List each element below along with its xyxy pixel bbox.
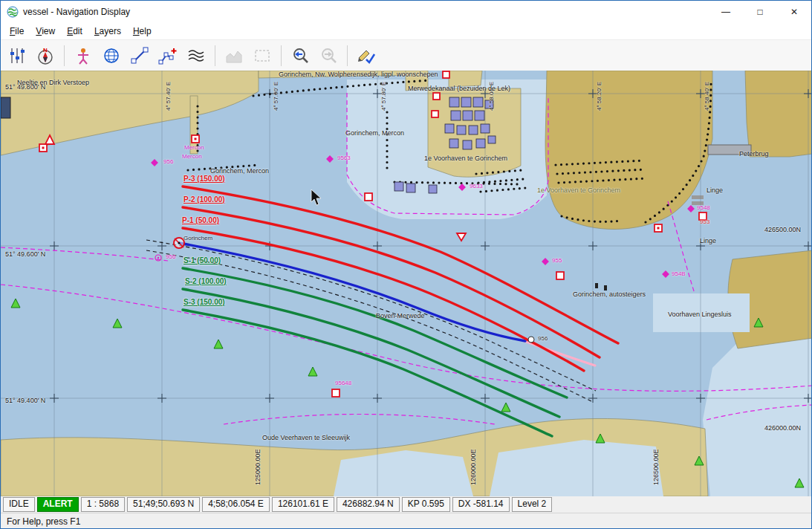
menu-layers[interactable]: Layers (88, 25, 127, 38)
toolbar-separator (281, 45, 282, 66)
vessel-symbol-button[interactable] (70, 43, 97, 68)
nautical-chart (1, 71, 812, 496)
compass-icon: N (36, 46, 55, 65)
toolbar-separator (215, 45, 215, 66)
help-text: For Help, press F1 (7, 516, 80, 527)
chart-map[interactable]: 51° 49.800' N51° 49.600' N51° 49.400' N4… (1, 71, 812, 496)
peterbrug-bridge (708, 145, 751, 155)
compass-button[interactable]: N (32, 43, 59, 68)
measure-check-icon (357, 46, 376, 65)
status-cell-1-5868: 1 : 5868 (81, 497, 125, 512)
toolbar-separator (64, 45, 65, 66)
status-cell-kp-0-595: KP 0.595 (402, 497, 450, 512)
status-cell-dx-581-14: DX -581.14 (452, 497, 510, 512)
menu-file[interactable]: File (4, 25, 30, 38)
contour-lines-button[interactable] (183, 43, 210, 68)
draw-line-button[interactable] (126, 43, 153, 68)
lingesluis-basin (653, 293, 750, 332)
status-cell-126101-61-e: 126101.61 E (272, 497, 334, 512)
polyline-plus-icon (158, 46, 178, 65)
zoom-next-button (315, 43, 342, 68)
profile-chart-button (221, 43, 247, 68)
zoom-back-icon (290, 46, 310, 65)
menu-help[interactable]: Help (127, 25, 157, 38)
selection-rect-icon (253, 46, 272, 65)
vessel-figure-icon (74, 46, 93, 65)
sliders-icon (7, 46, 27, 65)
menu-bar: File View Edit Layers Help (1, 23, 811, 40)
jetty-mark (604, 285, 607, 291)
maximize-button[interactable]: □ (743, 1, 777, 23)
help-bar: For Help, press F1 (1, 513, 811, 529)
window-title: vessel - Navigation Display (23, 7, 709, 17)
status-cell-idle: IDLE (3, 497, 35, 512)
app-icon (7, 6, 19, 18)
app-window: vessel - Navigation Display — □ ✕ File V… (0, 0, 812, 529)
toolbar-separator (347, 45, 348, 66)
status-cell-4-58-06-054-e: 4;58;06.054 E (202, 497, 270, 512)
sluice (692, 201, 704, 205)
select-region-button (249, 43, 276, 68)
zoom-previous-button[interactable] (287, 43, 314, 68)
area-chart-icon (224, 46, 244, 65)
zoom-forward-icon (319, 46, 338, 65)
globe-icon (102, 46, 121, 65)
menu-view[interactable]: View (30, 25, 61, 38)
contours-icon (186, 46, 206, 65)
status-cell-51-49-50-693-n: 51;49;50.693 N (127, 497, 200, 512)
title-bar: vessel - Navigation Display — □ ✕ (1, 1, 811, 23)
add-waypoint-button[interactable] (155, 43, 181, 68)
status-cell-level-2: Level 2 (512, 497, 553, 512)
survey-check-button[interactable] (353, 43, 380, 68)
moored-vessel (1, 97, 10, 118)
route-settings-button[interactable] (4, 43, 30, 68)
status-cell-426882-94-n: 426882.94 N (337, 497, 400, 512)
status-cell-alert: ALERT (37, 497, 79, 512)
status-bar: IDLEALERT1 : 586851;49;50.693 N4;58;06.0… (1, 496, 811, 513)
globe-button[interactable] (98, 43, 125, 68)
line-tool-icon (130, 46, 149, 65)
minimize-button[interactable]: — (709, 1, 743, 23)
jetty-mark (595, 283, 598, 288)
window-controls: — □ ✕ (709, 1, 811, 23)
toolbar: N (1, 40, 811, 71)
vessel-position-symbol (174, 238, 184, 248)
menu-edit[interactable]: Edit (61, 25, 88, 38)
sluice (692, 195, 704, 199)
close-button[interactable]: ✕ (777, 1, 811, 23)
